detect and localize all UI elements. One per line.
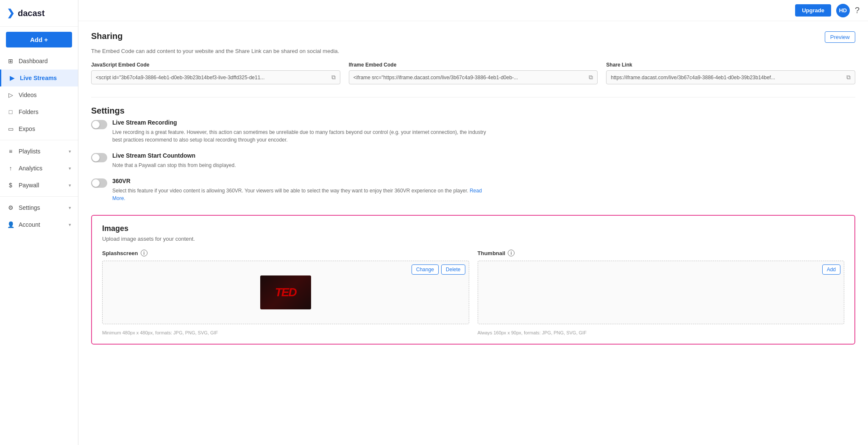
thumbnail-actions: Add xyxy=(822,264,840,275)
videos-icon: ▷ xyxy=(7,91,14,99)
iframe-embed-copy-icon[interactable]: ⧉ xyxy=(589,74,593,81)
thumbnail-hint: Always 160px x 90px, formats: JPG, PNG, … xyxy=(478,330,845,335)
thumbnail-col: Thumbnail i Add Always 160px x 90px, for… xyxy=(478,250,845,335)
countdown-col: Live Stream Start Countdown Note that a … xyxy=(112,152,236,169)
paywall-icon: $ xyxy=(7,181,14,189)
sidebar-item-label: Folders xyxy=(19,108,39,115)
sidebar-item-settings[interactable]: ⚙ Settings ▾ xyxy=(0,199,78,216)
analytics-icon: ↑ xyxy=(7,164,14,172)
sidebar-item-dashboard[interactable]: ⊞ Dashboard xyxy=(0,53,78,70)
thumbnail-info-icon[interactable]: i xyxy=(508,250,515,256)
images-title: Images xyxy=(102,224,844,233)
iframe-embed-field: Iframe Embed Code <iframe src="https://i… xyxy=(349,62,598,84)
chevron-down-icon: ▾ xyxy=(69,166,71,171)
chevron-down-icon: ▾ xyxy=(69,149,71,154)
chevron-down-icon: ▾ xyxy=(69,222,71,228)
sidebar-item-label: Dashboard xyxy=(19,58,48,64)
upgrade-button[interactable]: Upgrade xyxy=(795,4,831,17)
sharing-description: The Embed Code can add content to your w… xyxy=(91,48,855,54)
live-recording-desc: Live recording is a great feature. Howev… xyxy=(112,128,494,144)
splashscreen-label: Splashscreen i xyxy=(102,250,469,256)
sidebar-item-videos[interactable]: ▷ Videos xyxy=(0,86,78,103)
sidebar-item-label: Paywall xyxy=(19,182,39,189)
sidebar-item-label: Expos xyxy=(19,125,35,132)
sidebar: ❯ dacast Add + ⊞ Dashboard ▶ Live Stream… xyxy=(0,0,78,445)
sidebar-item-folders[interactable]: □ Folders xyxy=(0,103,78,120)
images-grid: Splashscreen i Change Delete TED Minimum… xyxy=(102,250,844,335)
360vr-col: 360VR Select this feature if your video … xyxy=(112,178,494,202)
ted-logo: TED xyxy=(275,286,296,299)
logo-text: dacast xyxy=(18,8,45,18)
logo-icon: ❯ xyxy=(7,8,14,19)
help-button[interactable]: ? xyxy=(855,6,860,15)
sidebar-item-label: Analytics xyxy=(19,165,42,172)
countdown-toggle-row: Live Stream Start Countdown Note that a … xyxy=(91,152,855,169)
sidebar-item-playlists[interactable]: ≡ Playlists ▾ xyxy=(0,143,78,160)
sidebar-item-label: Settings xyxy=(19,204,40,211)
countdown-label: Live Stream Start Countdown xyxy=(112,152,236,159)
js-embed-value: <script id="3b67c4a9-3886-4eb1-d0eb-39b2… xyxy=(96,75,329,81)
live-recording-toggle[interactable] xyxy=(91,120,107,129)
splashscreen-upload-area[interactable]: Change Delete TED xyxy=(102,261,469,324)
sidebar-nav: ⊞ Dashboard ▶ Live Streams ▷ Videos □ Fo… xyxy=(0,53,78,233)
settings-section: Settings Live Stream Recording Live reco… xyxy=(91,106,855,202)
thumbnail-upload-area[interactable]: Add xyxy=(478,261,845,324)
share-link-field: Share Link https://iframe.dacast.com/liv… xyxy=(606,62,855,84)
splashscreen-info-icon[interactable]: i xyxy=(141,250,147,256)
countdown-toggle[interactable] xyxy=(91,153,107,162)
splashscreen-actions: Change Delete xyxy=(412,264,465,275)
topbar: Upgrade HD ? xyxy=(78,0,868,21)
sidebar-item-label: Account xyxy=(19,221,40,228)
images-section: Images Upload image assets for your cont… xyxy=(91,215,855,345)
chevron-down-icon: ▾ xyxy=(69,205,71,211)
share-link-value: https://iframe.dacast.com/live/3b67c4a9-… xyxy=(611,75,844,81)
playlists-icon: ≡ xyxy=(7,147,14,155)
iframe-embed-label: Iframe Embed Code xyxy=(349,62,598,68)
sidebar-item-live-streams[interactable]: ▶ Live Streams xyxy=(0,70,78,86)
live-recording-col: Live Stream Recording Live recording is … xyxy=(112,119,494,144)
sidebar-item-label: Videos xyxy=(19,92,37,98)
js-embed-input-wrap: <script id="3b67c4a9-3886-4eb1-d0eb-39b2… xyxy=(91,70,340,84)
chevron-down-icon: ▾ xyxy=(69,183,71,188)
splashscreen-col: Splashscreen i Change Delete TED Minimum… xyxy=(102,250,469,335)
share-link-label: Share Link xyxy=(606,62,855,68)
settings-title: Settings xyxy=(91,106,855,116)
folders-icon: □ xyxy=(7,108,14,116)
settings-icon: ⚙ xyxy=(7,204,14,211)
splashscreen-change-button[interactable]: Change xyxy=(412,264,439,275)
live-recording-label: Live Stream Recording xyxy=(112,119,494,126)
expos-icon: ▭ xyxy=(7,125,14,133)
js-embed-label: JavaScript Embed Code xyxy=(91,62,340,68)
sharing-section: Sharing Preview The Embed Code can add c… xyxy=(91,31,855,84)
embed-fields-row: JavaScript Embed Code <script id="3b67c4… xyxy=(91,62,855,84)
sidebar-item-label: Playlists xyxy=(19,148,40,155)
sidebar-item-account[interactable]: 👤 Account ▾ xyxy=(0,216,78,233)
360vr-toggle-row: 360VR Select this feature if your video … xyxy=(91,178,855,202)
thumbnail-label: Thumbnail i xyxy=(478,250,845,256)
avatar-button[interactable]: HD xyxy=(836,4,850,17)
360vr-desc: Select this feature if your video conten… xyxy=(112,187,494,202)
account-icon: 👤 xyxy=(7,221,14,228)
live-streams-icon: ▶ xyxy=(8,74,16,82)
sidebar-item-paywall[interactable]: $ Paywall ▾ xyxy=(0,177,78,194)
countdown-desc: Note that a Paywall can stop this from b… xyxy=(112,161,236,169)
splashscreen-delete-button[interactable]: Delete xyxy=(441,264,465,275)
sidebar-item-analytics[interactable]: ↑ Analytics ▾ xyxy=(0,160,78,177)
add-button[interactable]: Add + xyxy=(6,32,72,47)
thumbnail-add-button[interactable]: Add xyxy=(822,264,840,275)
logo: ❯ dacast xyxy=(0,0,78,27)
sidebar-item-expos[interactable]: ▭ Expos xyxy=(0,120,78,137)
page-content: Sharing Preview The Embed Code can add c… xyxy=(78,21,868,355)
iframe-embed-value: <iframe src="https://iframe.dacast.com/l… xyxy=(353,75,587,81)
360vr-toggle[interactable] xyxy=(91,178,107,188)
share-link-copy-icon[interactable]: ⧉ xyxy=(846,74,851,81)
live-recording-toggle-row: Live Stream Recording Live recording is … xyxy=(91,119,855,144)
js-embed-field: JavaScript Embed Code <script id="3b67c4… xyxy=(91,62,340,84)
sharing-title: Sharing xyxy=(91,31,122,41)
splashscreen-hint: Minimum 480px x 480px, formats: JPG, PNG… xyxy=(102,330,469,335)
js-embed-copy-icon[interactable]: ⧉ xyxy=(331,74,336,81)
360vr-label: 360VR xyxy=(112,178,494,184)
preview-button[interactable]: Preview xyxy=(825,31,855,43)
sidebar-item-label: Live Streams xyxy=(20,75,57,81)
dashboard-icon: ⊞ xyxy=(7,57,14,65)
